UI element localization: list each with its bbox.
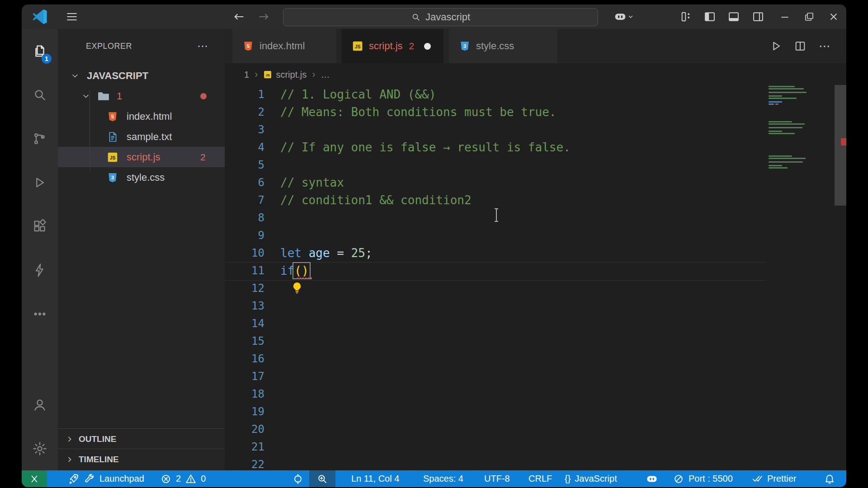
status-zoom-indicator[interactable]	[309, 470, 335, 487]
tab-style.css[interactable]: 3 style.css	[449, 29, 557, 63]
status-cursor-position[interactable]: Ln 11, Col 4	[349, 470, 402, 487]
status-remote[interactable]	[22, 470, 47, 487]
line-text: // Means: Both conditions must be true.	[280, 103, 556, 121]
back-arrow-icon[interactable]	[231, 5, 247, 29]
minimap-line	[769, 161, 803, 163]
token-comment: // Means: Both conditions must be true.	[280, 105, 556, 119]
breadcrumb-item[interactable]: …	[321, 70, 330, 80]
activity-item-search[interactable]	[22, 73, 58, 117]
explorer-more-actions-icon[interactable]: ⋯	[197, 40, 209, 52]
timeline-label: TIMELINE	[79, 455, 119, 465]
activity-item-live-preview[interactable]	[22, 248, 58, 292]
tree-folder-1[interactable]: 1	[58, 86, 225, 106]
toggle-secondary-sidebar-icon[interactable]	[750, 5, 766, 29]
more-actions-button[interactable]: ⋯	[812, 39, 837, 53]
minimap[interactable]	[769, 86, 818, 221]
status-encoding[interactable]: UTF-8	[481, 470, 513, 487]
minimize-icon[interactable]	[777, 5, 793, 29]
source-control-icon	[33, 131, 47, 146]
minimap-line	[769, 127, 802, 128]
status-port[interactable]: Port : 5500	[670, 470, 736, 487]
activity-badge: 1	[42, 54, 52, 64]
minimap-line	[769, 131, 782, 132]
line-number: 13	[225, 297, 264, 315]
minimap-line	[769, 123, 805, 125]
breadcrumb-separator: ›	[255, 69, 258, 80]
line-number: 19	[225, 403, 264, 421]
token-comment: // syntax	[280, 176, 344, 189]
lightbulb-icon[interactable]	[291, 282, 303, 300]
layout-customize-icon[interactable]	[678, 5, 694, 29]
minimap-line	[769, 155, 792, 157]
code-area[interactable]: 1// 1. Logical AND (&&)2// Means: Both c…	[225, 86, 846, 470]
line-number: 10	[225, 244, 264, 262]
toggle-panel-icon[interactable]	[726, 5, 742, 29]
remote-icon	[28, 473, 40, 485]
svg-text:JS: JS	[110, 155, 116, 160]
line-number: 16	[225, 350, 264, 368]
tree-file-sample.txt[interactable]: sample.txt	[58, 127, 225, 147]
forward-arrow-icon[interactable]	[255, 5, 272, 29]
search-text: Javascript	[425, 11, 470, 23]
tab-script.js[interactable]: JS script.js2	[342, 29, 443, 63]
status-problems[interactable]: 20	[157, 470, 208, 487]
command-center-search[interactable]: Javascript	[283, 8, 598, 26]
status-launchpad[interactable]: Launchpad	[65, 470, 147, 487]
line-text: let age = 25;	[280, 244, 373, 262]
tree-section-javascript[interactable]: JAVASCRIPT	[58, 66, 225, 86]
token-kw: if	[280, 264, 294, 277]
breadcrumb-item[interactable]: JSscript.js	[263, 70, 307, 80]
tree-section-label: JAVASCRIPT	[87, 70, 148, 82]
status-indentation[interactable]: Spaces: 4	[420, 470, 466, 487]
activity-item-extensions[interactable]	[22, 204, 58, 248]
timeline-section[interactable]: TIMELINE	[58, 449, 225, 469]
minimap-line	[769, 95, 782, 97]
status-screencast[interactable]	[289, 470, 307, 487]
tree-file-style.css[interactable]: 3 style.css	[58, 167, 225, 188]
status-prettier[interactable]: Prettier	[749, 470, 799, 487]
menu-icon[interactable]	[64, 5, 80, 29]
status-text: UTF-8	[484, 474, 510, 484]
tree-file-script.js[interactable]: JS script.js2	[58, 147, 225, 167]
tree-file-index.html[interactable]: 5 index.html	[58, 106, 225, 127]
tab-index.html[interactable]: 5 index.html	[232, 29, 336, 63]
activity-item-run-debug[interactable]	[22, 160, 58, 204]
close-icon[interactable]	[826, 5, 842, 29]
status-text: Port : 5500	[689, 474, 733, 484]
html-file-icon: 5	[242, 40, 254, 52]
breadcrumb-text: 1	[244, 70, 249, 80]
minimap-line	[769, 103, 774, 105]
status-eol[interactable]: CRLF	[526, 470, 555, 487]
line-number: 3	[225, 121, 264, 139]
toggle-sidebar-icon[interactable]	[702, 5, 718, 29]
status-copilot-status[interactable]	[643, 470, 661, 487]
activity-item-settings[interactable]	[22, 427, 58, 470]
double-check-icon	[751, 473, 763, 485]
status-notifications[interactable]	[821, 470, 838, 487]
activity-item-explorer[interactable]: 1	[22, 29, 58, 73]
html-file-icon: 5	[107, 111, 118, 122]
status-language[interactable]: {}JavaScript	[562, 470, 620, 487]
modified-dot-icon[interactable]	[424, 43, 431, 50]
split-editor-button[interactable]	[788, 40, 812, 52]
css-file-icon: 3	[459, 40, 471, 52]
breadcrumb-text: script.js	[276, 70, 307, 80]
activity-item-accounts[interactable]	[22, 383, 58, 427]
error-squiggle	[297, 277, 312, 279]
activity-item-source-control[interactable]	[22, 117, 58, 160]
copilot-icon[interactable]	[612, 5, 636, 29]
editor-actions: ⋯	[764, 29, 837, 63]
file-name: style.css	[127, 172, 165, 183]
line-number: 7	[225, 192, 264, 209]
token-num: 25	[351, 246, 365, 260]
status-text: Launchpad	[99, 474, 144, 484]
account-icon	[32, 397, 47, 413]
svg-text:5: 5	[247, 43, 250, 49]
line-number: 15	[225, 333, 264, 350]
run-button[interactable]	[764, 40, 788, 52]
maximize-icon[interactable]	[801, 5, 817, 29]
breadcrumb-item[interactable]: 1	[244, 70, 249, 80]
outline-section[interactable]: OUTLINE	[58, 428, 225, 449]
minimap-line	[769, 92, 807, 93]
activity-item-more[interactable]	[22, 292, 58, 336]
